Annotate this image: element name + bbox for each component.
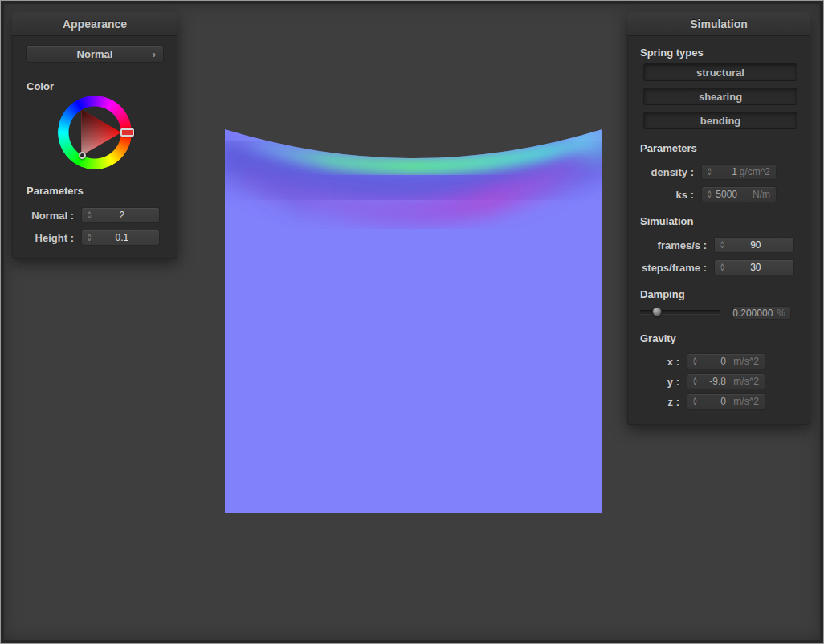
hue-marker[interactable] <box>120 128 134 137</box>
damping-slider[interactable] <box>640 310 720 314</box>
simulation-title: Simulation <box>690 18 748 31</box>
spinner-down-icon: ˅ <box>708 194 712 198</box>
gravity-y-value[interactable]: -9.8 <box>700 376 726 387</box>
spinner-arrows-icon[interactable]: ˄˅ <box>687 357 700 365</box>
shearing-button-label: shearing <box>699 91 742 103</box>
normal-value[interactable]: 2 <box>95 210 159 221</box>
spinner-down-icon: ˅ <box>720 245 724 249</box>
appearance-panel-header[interactable]: Appearance <box>12 12 177 36</box>
normal-spinbox[interactable]: ˄˅ 2 <box>81 207 160 223</box>
cloth-render <box>225 129 602 513</box>
spinner-arrows-icon[interactable]: ˄˅ <box>687 377 700 385</box>
simulation-panel-header[interactable]: Simulation <box>627 12 810 36</box>
normal-field-row: Normal : ˄˅ 2 <box>31 207 160 223</box>
density-field-row: density : ˄˅ 1 g/cm^2 <box>651 164 777 180</box>
gravity-x-row: x : ˄˅ 0 m/s^2 <box>667 353 765 369</box>
spinner-down-icon: ˅ <box>693 381 697 385</box>
structural-button[interactable]: structural <box>643 63 797 81</box>
steps-value[interactable]: 30 <box>728 262 793 273</box>
app-window: Appearance Normal › Color Parameters Nor… <box>0 0 824 644</box>
damping-label: Damping <box>640 288 685 300</box>
gravity-y-spinbox[interactable]: ˄˅ -9.8 m/s^2 <box>687 373 765 389</box>
ks-unit: N/m <box>737 189 776 200</box>
frames-spinbox[interactable]: ˄˅ 90 <box>714 237 794 253</box>
frames-field-label: frames/s : <box>658 239 707 251</box>
height-field-row: Height : ˄˅ 0.1 <box>35 230 160 246</box>
shader-dropdown-label: Normal <box>77 48 113 60</box>
height-value[interactable]: 0.1 <box>95 232 159 243</box>
height-field-label: Height : <box>35 232 74 244</box>
spinner-down-icon: ˅ <box>693 361 697 365</box>
gravity-x-spinbox[interactable]: ˄˅ 0 m/s^2 <box>687 353 765 369</box>
gravity-z-label: z : <box>668 396 679 408</box>
density-value[interactable]: 1 <box>715 166 737 177</box>
spinner-down-icon: ˅ <box>88 238 92 242</box>
steps-field-row: steps/frame : ˄˅ 30 <box>642 259 794 275</box>
damping-slider-knob[interactable] <box>652 307 662 316</box>
gravity-x-value[interactable]: 0 <box>700 356 726 367</box>
damping-value: 0.200000 <box>732 308 773 319</box>
spinner-arrows-icon[interactable]: ˄˅ <box>82 234 95 242</box>
spinner-down-icon: ˅ <box>720 267 724 271</box>
density-spinbox[interactable]: ˄˅ 1 g/cm^2 <box>701 164 777 180</box>
spinner-arrows-icon[interactable]: ˄˅ <box>715 263 728 271</box>
density-field-label: density : <box>651 166 694 178</box>
spring-types-label: Spring types <box>640 47 704 59</box>
gravity-label: Gravity <box>640 332 676 344</box>
ks-field-row: ks : ˄˅ 5000 N/m <box>676 186 777 202</box>
spinner-down-icon: ˅ <box>88 215 92 219</box>
cloth-viewport[interactable] <box>225 129 602 513</box>
gravity-x-unit: m/s^2 <box>726 356 765 367</box>
gravity-z-spinbox[interactable]: ˄˅ 0 m/s^2 <box>687 393 765 410</box>
gravity-y-row: y : ˄˅ -9.8 m/s^2 <box>667 373 765 389</box>
gravity-z-unit: m/s^2 <box>726 396 765 407</box>
color-section-label: Color <box>27 80 54 92</box>
steps-spinbox[interactable]: ˄˅ 30 <box>714 259 794 275</box>
simulation-panel: Simulation Spring types structural shear… <box>627 12 810 425</box>
color-wheel[interactable] <box>58 96 132 169</box>
shearing-button[interactable]: shearing <box>643 88 797 105</box>
damping-unit: % <box>777 308 785 319</box>
frames-value[interactable]: 90 <box>728 239 793 251</box>
gravity-z-value[interactable]: 0 <box>700 396 726 407</box>
appearance-parameters-label: Parameters <box>27 185 84 197</box>
gravity-y-label: y : <box>667 376 679 388</box>
damping-valuebox: 0.200000 % <box>732 306 791 320</box>
shader-dropdown[interactable]: Normal › <box>26 45 164 63</box>
density-unit: g/cm^2 <box>737 166 776 177</box>
gravity-x-label: x : <box>667 356 679 368</box>
sim-parameters-label: Parameters <box>640 142 697 154</box>
ks-field-label: ks : <box>676 189 694 201</box>
gravity-y-unit: m/s^2 <box>726 376 765 387</box>
height-spinbox[interactable]: ˄˅ 0.1 <box>81 230 160 246</box>
sv-knob[interactable] <box>79 152 86 159</box>
gravity-z-row: z : ˄˅ 0 m/s^2 <box>668 393 765 410</box>
spinner-arrows-icon[interactable]: ˄˅ <box>715 241 728 249</box>
chevron-right-icon: › <box>153 48 156 60</box>
bending-button[interactable]: bending <box>643 112 797 129</box>
ks-spinbox[interactable]: ˄˅ 5000 N/m <box>701 186 777 202</box>
spinner-arrows-icon[interactable]: ˄˅ <box>702 168 715 176</box>
spinner-down-icon: ˅ <box>708 172 712 176</box>
appearance-title: Appearance <box>63 18 127 31</box>
spinner-down-icon: ˅ <box>693 401 697 406</box>
spinner-arrows-icon[interactable]: ˄˅ <box>702 190 715 198</box>
frames-field-row: frames/s : ˄˅ 90 <box>658 237 794 253</box>
appearance-panel: Appearance Normal › Color Parameters Nor… <box>12 12 177 259</box>
sim-section-label: Simulation <box>640 215 693 227</box>
steps-field-label: steps/frame : <box>642 262 707 274</box>
normal-field-label: Normal : <box>31 210 74 222</box>
spinner-arrows-icon[interactable]: ˄˅ <box>687 397 700 406</box>
spinner-arrows-icon[interactable]: ˄˅ <box>82 211 95 219</box>
structural-button-label: structural <box>696 67 744 79</box>
ks-value[interactable]: 5000 <box>715 189 737 200</box>
bending-button-label: bending <box>700 115 741 127</box>
